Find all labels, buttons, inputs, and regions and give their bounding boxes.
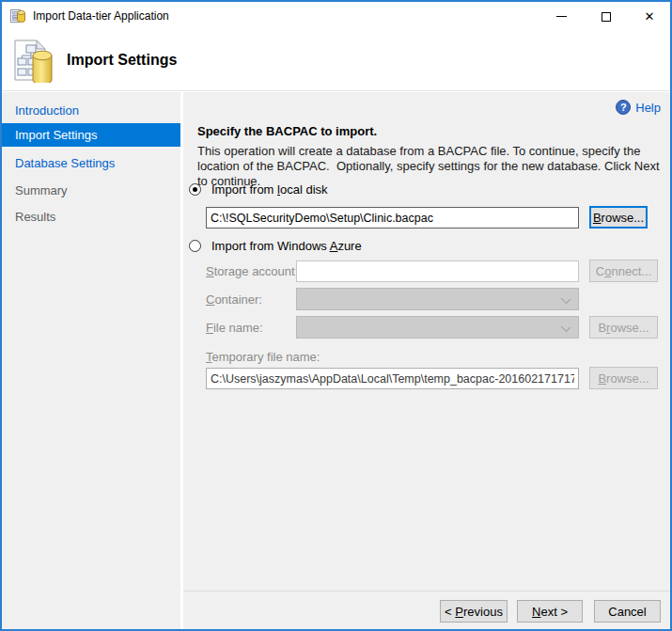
sidebar-divider <box>180 92 183 629</box>
app-icon <box>10 8 26 24</box>
import-local-disk-radio[interactable]: Import from local disk <box>189 182 328 197</box>
container-label: Container: <box>206 292 262 307</box>
footer-divider <box>183 591 670 592</box>
file-name-label: File name: <box>206 321 263 335</box>
import-azure-label: Import from Windows Azure <box>211 239 362 253</box>
browse-local-button[interactable]: Browse... <box>589 206 648 229</box>
close-button[interactable]: ✕ <box>633 2 665 31</box>
temporary-file-name-input[interactable] <box>206 368 579 389</box>
storage-account-label: Storage account: <box>206 264 298 278</box>
chevron-down-icon <box>562 323 570 331</box>
help-label: Help <box>635 101 661 115</box>
sidebar-item-summary: Summary <box>2 179 180 202</box>
help-link[interactable]: ? Help <box>616 100 661 115</box>
container-select <box>296 288 579 310</box>
wizard-body: Introduction Import Settings Database Se… <box>2 92 670 629</box>
sidebar-item-results: Results <box>2 205 180 229</box>
radio-unchecked-icon <box>189 240 201 252</box>
sidebar-item-introduction[interactable]: Introduction <box>2 99 180 122</box>
minimize-button[interactable] <box>545 2 577 31</box>
file-name-select <box>296 316 579 339</box>
section-heading: Specify the BACPAC to import. <box>197 124 377 138</box>
page-title: Import Settings <box>67 31 177 89</box>
maximize-button[interactable] <box>590 2 622 31</box>
previous-button[interactable]: < Previous <box>440 600 508 623</box>
browse-file-name-button: Browse... <box>589 316 658 339</box>
bacpac-path-input[interactable] <box>206 207 579 229</box>
connect-button: Connect... <box>589 260 658 282</box>
cancel-button[interactable]: Cancel <box>594 600 661 623</box>
sidebar-item-database-settings[interactable]: Database Settings <box>2 151 180 175</box>
storage-account-input <box>296 260 579 282</box>
radio-checked-icon <box>189 183 201 196</box>
maximize-icon <box>602 12 611 22</box>
wizard-header: Import Settings <box>2 31 670 91</box>
temporary-file-name-label: Temporary file name: <box>206 350 320 364</box>
sidebar-item-import-settings[interactable]: Import Settings <box>2 123 180 147</box>
import-data-tier-application-window: Import Data-tier Application ✕ <box>0 0 672 631</box>
browse-temp-file-button: Browse... <box>589 367 658 389</box>
title-bar: Import Data-tier Application ✕ <box>2 2 670 31</box>
help-icon: ? <box>616 100 631 115</box>
next-button[interactable]: Next > <box>517 600 583 623</box>
window-title: Import Data-tier Application <box>33 2 169 31</box>
chevron-down-icon <box>562 295 570 303</box>
import-local-disk-label: Import from local disk <box>211 182 328 197</box>
minimize-icon <box>556 16 567 17</box>
import-azure-radio[interactable]: Import from Windows Azure <box>189 239 362 253</box>
import-settings-icon <box>10 38 55 83</box>
